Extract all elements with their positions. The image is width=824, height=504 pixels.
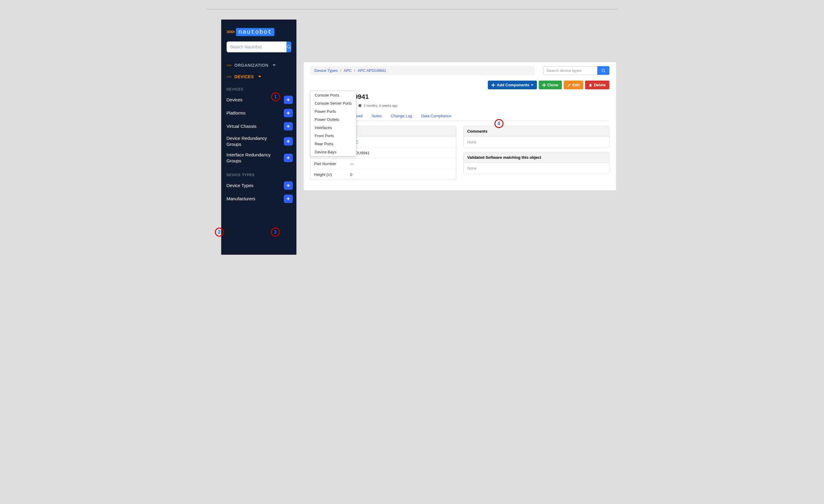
kv-key: Part Number xyxy=(314,161,350,166)
search-icon xyxy=(287,44,291,49)
kv-value: — xyxy=(350,161,354,166)
nav-section-devices[interactable]: >>> DEVICES xyxy=(221,71,296,83)
sidebar-item-device-types[interactable]: Device Types + xyxy=(221,179,296,192)
divider xyxy=(221,168,296,168)
dropdown-item-front-ports[interactable]: Front Ports xyxy=(311,132,356,140)
add-components-dropdown: Console Ports Console Server Ports Power… xyxy=(310,91,356,156)
plus-icon: + xyxy=(287,196,290,202)
dropdown-item-console-server-ports[interactable]: Console Server Ports xyxy=(311,99,356,107)
breadcrumb-link[interactable]: APC xyxy=(344,68,352,73)
add-button[interactable]: + xyxy=(284,96,293,104)
device-type-search-button[interactable] xyxy=(597,66,609,75)
dropdown-item-power-outlets[interactable]: Power Outlets xyxy=(311,116,356,124)
sidebar-item-virtual-chassis[interactable]: Virtual Chassis + xyxy=(221,120,296,133)
updated-timestamp: 2 months, 4 weeks ago xyxy=(364,104,398,107)
sidebar-item-device-redundancy-groups[interactable]: Device Redundancy Groups + xyxy=(221,133,296,149)
clock-icon xyxy=(358,104,362,107)
nav-group-title-device-types: DEVICE TYPES xyxy=(221,170,296,179)
plus-icon: + xyxy=(287,110,290,116)
logo[interactable]: >>> nautobot xyxy=(221,19,296,41)
svg-line-1 xyxy=(290,48,290,49)
device-type-search-input[interactable] xyxy=(543,66,597,75)
panel-body: None xyxy=(464,163,609,173)
button-label: Clone xyxy=(547,83,558,87)
add-button[interactable]: + xyxy=(284,109,293,117)
sidebar: >>> nautobot >>> ORGANIZATION >>> DEVICE… xyxy=(221,19,296,255)
add-button[interactable]: + xyxy=(284,137,293,145)
svg-rect-7 xyxy=(542,85,546,85)
tab-data-compliance[interactable]: Data Compliance xyxy=(416,111,455,121)
add-components-button[interactable]: Add Components xyxy=(488,81,537,89)
chevrons-icon: >>> xyxy=(227,75,231,79)
plus-icon: + xyxy=(287,97,290,103)
nav-group-title-devices: DEVICES xyxy=(221,84,296,93)
sidebar-item-label: Manufacturers xyxy=(227,196,255,202)
plus-icon: + xyxy=(287,155,290,161)
caret-down-icon xyxy=(531,84,533,86)
sidebar-item-label: Platforms xyxy=(227,110,245,116)
breadcrumb-separator: / xyxy=(340,68,341,73)
dropdown-item-device-bays[interactable]: Device Bays xyxy=(311,148,356,156)
tab-change-log[interactable]: Change Log xyxy=(387,111,417,121)
add-button[interactable]: + xyxy=(284,154,293,162)
global-search-input[interactable] xyxy=(227,41,287,52)
sidebar-item-manufacturers[interactable]: Manufacturers + xyxy=(221,192,296,206)
button-label: Delete xyxy=(594,83,606,87)
sidebar-item-platforms[interactable]: Platforms + xyxy=(221,107,296,120)
breadcrumb-link[interactable]: APC APDU9941 xyxy=(357,68,386,73)
sidebar-item-label: Device Redundancy Groups xyxy=(227,135,275,147)
svg-line-3 xyxy=(604,71,605,72)
sidebar-item-label: Devices xyxy=(227,97,242,103)
plus-icon: + xyxy=(287,138,290,144)
delete-button[interactable]: Delete xyxy=(585,81,609,89)
comments-panel: Comments None xyxy=(463,126,609,148)
svg-point-0 xyxy=(287,45,290,48)
breadcrumb: Device Types / APC / APC APDU9941 xyxy=(310,66,535,75)
plus-icon: + xyxy=(287,123,290,129)
tab-notes[interactable]: Notes xyxy=(367,111,387,121)
kv-key: Height (U) xyxy=(314,172,350,177)
add-button[interactable]: + xyxy=(284,122,293,130)
panel-body: None xyxy=(464,137,609,147)
caret-down-icon xyxy=(258,74,261,80)
pencil-icon xyxy=(567,83,571,87)
trash-icon xyxy=(589,83,592,87)
clone-button[interactable]: Clone xyxy=(539,81,562,89)
edit-button[interactable]: Edit xyxy=(564,81,584,89)
plus-icon xyxy=(542,83,546,87)
button-label: Add Components xyxy=(497,83,529,87)
global-search-button[interactable] xyxy=(287,41,291,52)
dropdown-item-rear-ports[interactable]: Rear Ports xyxy=(311,140,356,148)
add-button[interactable]: + xyxy=(284,181,293,190)
sidebar-item-interface-redundancy-groups[interactable]: Interface Redundancy Groups + xyxy=(221,149,296,166)
breadcrumb-link[interactable]: Device Types xyxy=(314,68,338,73)
chevrons-icon: >>> xyxy=(227,64,231,67)
breadcrumb-separator: / xyxy=(354,68,355,73)
sidebar-item-label: Interface Redundancy Groups xyxy=(227,152,275,163)
dropdown-item-console-ports[interactable]: Console Ports xyxy=(311,91,356,99)
sidebar-item-devices[interactable]: Devices + xyxy=(221,93,296,107)
nav-section-organization[interactable]: >>> ORGANIZATION xyxy=(221,59,296,71)
dropdown-item-power-ports[interactable]: Power Ports xyxy=(311,107,356,116)
chevrons-icon: >>> xyxy=(227,29,234,35)
sidebar-item-label: Virtual Chassis xyxy=(227,123,257,129)
sidebar-item-label: Device Types xyxy=(227,182,254,188)
dropdown-item-interfaces[interactable]: Interfaces xyxy=(311,124,356,132)
panel-heading: Validated Software matching this object xyxy=(464,152,609,163)
kv-row-part-number: Part Number — xyxy=(311,158,456,169)
svg-rect-5 xyxy=(492,85,495,85)
panel-heading: Comments xyxy=(464,126,609,137)
plus-icon: + xyxy=(287,182,290,188)
add-button[interactable]: + xyxy=(284,195,293,203)
button-label: Edit xyxy=(573,83,580,87)
logo-text: nautobot xyxy=(236,28,275,36)
caret-down-icon xyxy=(273,62,276,68)
main-content: Device Types / APC / APC APDU9941 Add Co… xyxy=(304,62,616,191)
search-icon xyxy=(601,69,606,73)
svg-point-2 xyxy=(602,69,604,72)
kv-row-height: Height (U) 0 xyxy=(311,169,456,180)
nav-section-label: ORGANIZATION xyxy=(234,63,269,68)
kv-value: 0 xyxy=(350,172,352,177)
validated-software-panel: Validated Software matching this object … xyxy=(463,152,609,174)
nav-section-label: DEVICES xyxy=(234,74,254,79)
